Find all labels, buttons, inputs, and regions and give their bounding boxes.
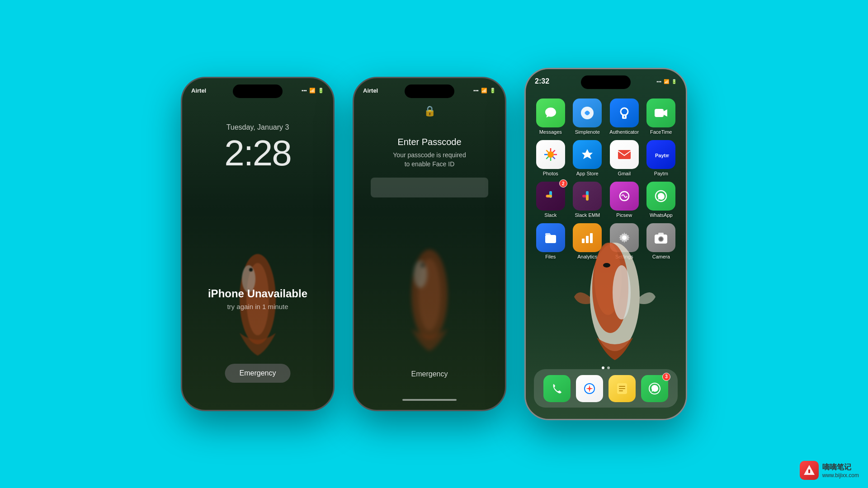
authenticator-icon	[610, 99, 639, 127]
paytm-label: Paytm	[654, 171, 668, 176]
svg-point-50	[613, 265, 631, 319]
app-appstore[interactable]: App Store	[571, 140, 604, 176]
facetime-label: FaceTime	[650, 129, 672, 135]
wifi-icon: 📶	[309, 88, 316, 94]
phone3-status-icons: ▪▪▪ 📶 🔋	[656, 79, 677, 84]
app-files[interactable]: Files	[534, 223, 567, 259]
svg-line-21	[552, 150, 555, 152]
svg-text:Paytm: Paytm	[655, 153, 669, 158]
signal-icon: ▪▪▪	[656, 79, 661, 84]
watermark-icon	[800, 461, 819, 480]
picsew-icon	[610, 182, 639, 211]
wifi-icon: 📶	[481, 88, 487, 94]
watermark-url: www.bijixx.com	[822, 472, 859, 479]
svg-rect-60	[808, 469, 810, 473]
svg-rect-12	[624, 116, 625, 117]
svg-point-51	[603, 263, 610, 267]
dock-notes[interactable]	[609, 375, 636, 402]
dock-whatsapp-biz[interactable]: 3	[641, 375, 668, 402]
phone3-dock: 3	[534, 369, 678, 408]
dock-notes-icon	[609, 375, 636, 402]
app-gmail[interactable]: Gmail	[608, 140, 641, 176]
authenticator-label: Authenticator	[609, 129, 639, 135]
phone1-time: 2:28	[182, 135, 333, 171]
phone2-passcode-section: Enter Passcode Your passcode is required…	[354, 137, 505, 197]
phone1-dynamic-island	[233, 84, 283, 98]
phone2-subtitle-line2: to enable Face ID	[405, 160, 455, 168]
svg-line-20	[552, 157, 555, 159]
dock-phone[interactable]	[543, 375, 571, 402]
battery-icon: 🔋	[318, 88, 324, 94]
photos-icon	[536, 140, 565, 169]
svg-rect-13	[655, 109, 664, 117]
app-simplenote[interactable]: Simplenote	[571, 99, 604, 135]
phone1-date: Tuesday, January 3	[182, 123, 333, 131]
app-whatsapp[interactable]: WhatsApp	[645, 182, 678, 218]
whatsapp-label: WhatsApp	[650, 212, 673, 218]
phone2-subtitle: Your passcode is required to enable Face…	[363, 151, 496, 169]
gmail-icon	[610, 140, 639, 169]
files-icon	[536, 223, 565, 252]
watermark: 嘀嘀笔记 www.bijixx.com	[800, 461, 859, 480]
app-slack-emm[interactable]: Slack EMM	[571, 182, 604, 218]
dock-safari-icon	[576, 375, 603, 402]
messages-icon	[536, 99, 565, 127]
svg-line-22	[546, 157, 548, 159]
dock-safari[interactable]	[576, 375, 603, 402]
phone1-status-icons: ▪▪▪ 📶 🔋	[302, 88, 324, 94]
slack-icon: 2	[536, 182, 565, 211]
messages-label: Messages	[539, 129, 562, 135]
whatsapp-icon	[646, 182, 675, 211]
app-authenticator[interactable]: Authenticator	[608, 99, 641, 135]
paytm-icon: Paytm	[646, 140, 675, 169]
svg-rect-56	[619, 388, 625, 389]
bizwhatsapp-badge: 3	[662, 373, 670, 381]
phone2-title: Enter Passcode	[363, 137, 496, 147]
svg-point-7	[421, 263, 425, 267]
slack-badge: 2	[559, 179, 567, 188]
simplenote-label: Simplenote	[575, 129, 600, 135]
slack-emm-label: Slack EMM	[575, 212, 600, 218]
phone-3: 2:32 ▪▪▪ 📶 🔋 Messages Simplenote	[524, 68, 687, 420]
gmail-label: Gmail	[618, 171, 631, 176]
svg-point-10	[621, 108, 628, 115]
battery-icon: 🔋	[671, 79, 677, 84]
dock-phone-icon	[543, 375, 571, 402]
phone2-home-indicator	[402, 399, 457, 401]
phone2-emergency-button[interactable]: Emergency	[411, 370, 448, 378]
phone3-koi	[570, 234, 660, 360]
svg-rect-35	[586, 195, 589, 201]
phone1-lock-content: Tuesday, January 3 2:28	[182, 123, 333, 171]
wifi-icon: 📶	[664, 79, 669, 84]
watermark-text: 嘀嘀笔记 www.bijixx.com	[822, 463, 859, 479]
phone2-status-icons: ▪▪▪ 📶 🔋	[473, 88, 496, 94]
dock-bizwhatsapp-icon: 3	[641, 375, 668, 402]
phones-container: Airtel ▪▪▪ 📶 🔋 Tuesday, January 3 2:28 i…	[181, 68, 687, 420]
phone1-carrier: Airtel	[191, 87, 206, 94]
app-slack[interactable]: 2 Slack	[534, 182, 567, 218]
app-photos[interactable]: Photos	[534, 140, 567, 176]
app-messages[interactable]: Messages	[534, 99, 567, 135]
phone2-subtitle-line1: Your passcode is required	[393, 151, 466, 159]
phone-2: Airtel ▪▪▪ 📶 🔋 🔒 Enter Passcode Your pas…	[353, 77, 506, 411]
phone2-carrier: Airtel	[363, 87, 378, 94]
svg-rect-55	[619, 386, 625, 387]
svg-point-3	[249, 268, 253, 272]
app-picsew[interactable]: Picsew	[608, 182, 641, 218]
app-facetime[interactable]: FaceTime	[645, 99, 678, 135]
battery-icon: 🔋	[490, 88, 496, 94]
app-paytm[interactable]: Paytm Paytm	[645, 140, 678, 176]
svg-rect-31	[546, 195, 552, 197]
phone1-emergency-button[interactable]: Emergency	[225, 364, 291, 383]
watermark-brand: 嘀嘀笔记	[822, 463, 859, 472]
photos-label: Photos	[543, 171, 558, 176]
phone2-passcode-field[interactable]	[371, 178, 488, 197]
appstore-label: App Store	[576, 171, 599, 176]
files-label: Files	[545, 254, 556, 259]
phone-1: Airtel ▪▪▪ 📶 🔋 Tuesday, January 3 2:28 i…	[181, 77, 335, 411]
simplenote-icon	[573, 99, 602, 127]
phone3-time: 2:32	[535, 77, 549, 85]
svg-rect-57	[619, 390, 623, 391]
picsew-label: Picsew	[616, 212, 632, 218]
slack-emm-icon	[573, 182, 602, 211]
